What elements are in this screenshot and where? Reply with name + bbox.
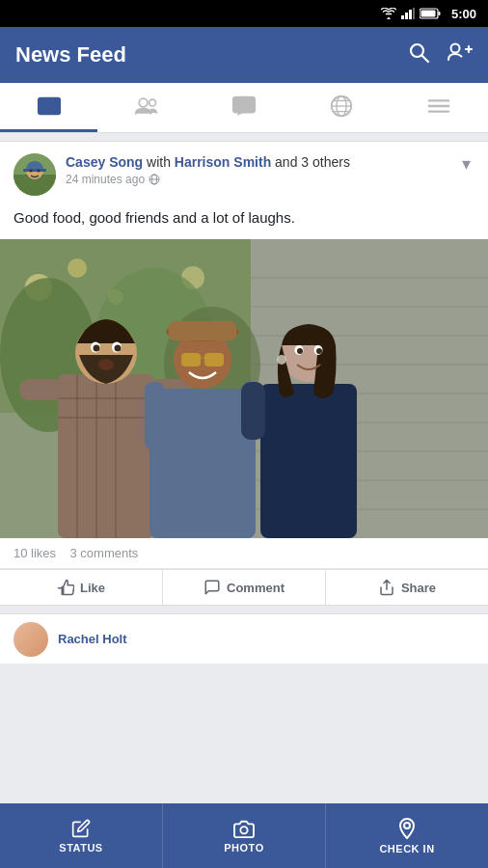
status-label: STATUS <box>59 842 102 854</box>
photo-label: PHOTO <box>224 842 263 854</box>
photo-action[interactable]: PHOTO <box>163 803 326 868</box>
friends-tab-icon <box>134 94 159 119</box>
svg-rect-14 <box>41 106 51 109</box>
header-title: News Feed <box>15 42 126 68</box>
svg-rect-72 <box>169 321 236 340</box>
svg-point-66 <box>98 359 114 370</box>
svg-point-82 <box>297 348 303 354</box>
like-icon <box>57 579 74 596</box>
svg-point-86 <box>240 827 247 833</box>
post-photo <box>0 239 488 538</box>
signal-icon <box>401 8 415 19</box>
globe-tab-icon <box>329 94 354 119</box>
svg-point-48 <box>68 258 87 278</box>
post-header-left: Casey Song with Harrison Smith and 3 oth… <box>14 153 350 196</box>
photo-camera-icon <box>233 819 255 838</box>
svg-rect-13 <box>41 101 57 104</box>
battery-icon <box>420 8 441 19</box>
post-actions: Like Comment Share <box>0 569 488 605</box>
checkin-label: CHECK IN <box>379 843 434 854</box>
peek-avatar <box>14 622 48 657</box>
avatar[interactable] <box>14 153 56 196</box>
menu-tab-icon <box>426 94 451 119</box>
svg-point-87 <box>404 823 410 828</box>
svg-point-64 <box>94 345 100 352</box>
tagged-friend[interactable]: Harrison Smith <box>175 154 271 170</box>
svg-point-16 <box>149 99 155 106</box>
tab-menu[interactable] <box>391 83 488 132</box>
tab-news-feed[interactable] <box>0 83 97 132</box>
and-text: and <box>275 154 301 170</box>
next-post-preview: Rachel Holt <box>0 613 488 664</box>
svg-point-65 <box>115 345 122 352</box>
svg-rect-3 <box>413 8 415 19</box>
like-label: Like <box>80 581 105 595</box>
nav-tabs <box>0 83 488 133</box>
post-image[interactable] <box>0 239 488 538</box>
svg-rect-2 <box>409 10 412 19</box>
tab-messages[interactable] <box>195 83 292 132</box>
post-meta: Casey Song with Harrison Smith and 3 oth… <box>66 153 350 186</box>
comment-button[interactable]: Comment <box>163 570 326 605</box>
comment-icon <box>203 579 221 596</box>
comments-count: 3 comments <box>70 546 139 560</box>
svg-rect-29 <box>23 169 46 172</box>
svg-rect-5 <box>438 12 440 15</box>
news-feed: Casey Song with Harrison Smith and 3 oth… <box>0 133 488 664</box>
post-card: Casey Song with Harrison Smith and 3 oth… <box>0 141 488 606</box>
svg-point-84 <box>277 355 286 365</box>
friend-requests-icon[interactable] <box>447 41 473 68</box>
status-bar: 5:00 <box>0 0 488 27</box>
status-time: 5:00 <box>451 7 476 21</box>
checkin-pin-icon <box>398 818 416 839</box>
svg-rect-1 <box>405 13 408 19</box>
app-header: News Feed <box>0 27 488 83</box>
svg-point-15 <box>139 98 148 107</box>
status-icons: 5:00 <box>381 7 476 21</box>
svg-rect-69 <box>149 389 256 538</box>
post-time: 24 minutes ago <box>66 173 350 186</box>
share-label: Share <box>401 581 436 595</box>
likes-count: 10 likes <box>14 546 56 560</box>
share-icon <box>378 579 395 596</box>
wifi-icon <box>381 8 396 19</box>
share-button[interactable]: Share <box>326 570 488 605</box>
svg-point-9 <box>451 44 460 53</box>
bottom-action-bar: STATUS PHOTO CHECK IN <box>0 803 488 868</box>
comment-label: Comment <box>227 581 285 595</box>
checkin-action[interactable]: CHECK IN <box>326 803 488 868</box>
svg-point-30 <box>30 170 33 173</box>
post-author: Casey Song with Harrison Smith and 3 oth… <box>66 153 350 171</box>
header-icons <box>407 41 473 69</box>
svg-rect-73 <box>181 353 201 366</box>
svg-line-8 <box>422 56 429 63</box>
with-text: with <box>147 154 171 170</box>
author-name[interactable]: Casey Song <box>66 154 143 170</box>
svg-rect-85 <box>241 382 265 440</box>
others-count: 3 others <box>301 154 350 170</box>
post-options-button[interactable]: ▾ <box>458 153 474 175</box>
like-button[interactable]: Like <box>0 570 163 605</box>
svg-rect-67 <box>19 379 63 400</box>
post-header: Casey Song with Harrison Smith and 3 oth… <box>0 142 488 203</box>
svg-rect-74 <box>204 353 224 366</box>
svg-point-31 <box>38 170 41 173</box>
peek-author-name: Rachel Holt <box>58 632 127 646</box>
messages-tab-icon <box>231 94 257 119</box>
search-icon[interactable] <box>407 41 430 69</box>
globe-small-icon <box>149 174 160 185</box>
svg-rect-0 <box>401 15 404 19</box>
svg-point-83 <box>316 348 322 354</box>
post-stats: 10 likes 3 comments <box>0 538 488 569</box>
tab-globe[interactable] <box>293 83 391 132</box>
news-feed-tab-icon <box>37 94 62 119</box>
tab-friends[interactable] <box>97 83 195 132</box>
status-action[interactable]: STATUS <box>0 803 163 868</box>
post-time-text: 24 minutes ago <box>66 173 145 186</box>
svg-rect-78 <box>260 384 357 538</box>
svg-rect-6 <box>420 11 435 17</box>
svg-rect-17 <box>233 97 255 113</box>
avatar-image <box>14 153 56 196</box>
post-text: Good food, good friends and a lot of lau… <box>0 203 488 239</box>
status-pencil-icon <box>71 819 91 838</box>
